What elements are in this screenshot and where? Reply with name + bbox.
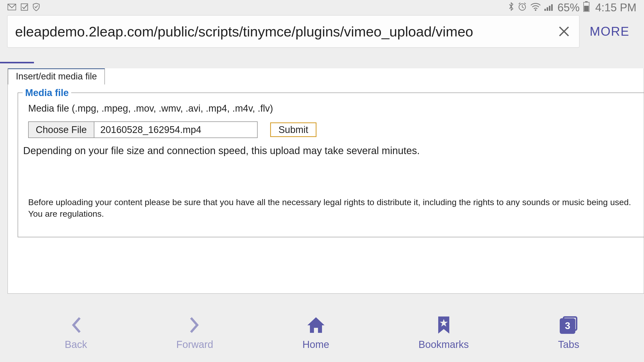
signal-icon (544, 2, 554, 13)
submit-button[interactable]: Submit (270, 122, 316, 137)
nav-forward-label: Forward (176, 339, 213, 350)
clear-url-button[interactable] (556, 24, 572, 39)
tabs-icon: 3 (560, 316, 577, 334)
progress-indicator (0, 62, 34, 63)
bottom-nav: Back Forward Home Bookmarks 3 Tabs (0, 304, 644, 362)
file-input[interactable]: Choose File 20160528_162954.mp4 (28, 121, 258, 138)
nav-tabs[interactable]: 3 Tabs (558, 315, 579, 350)
nav-home-label: Home (302, 339, 329, 350)
bookmark-star-icon (437, 315, 451, 334)
status-bar: 65% 4:15 PM (0, 0, 644, 15)
url-text[interactable]: eleapdemo.2leap.com/public/scripts/tinym… (15, 23, 551, 40)
tab-insert-edit-media[interactable]: Insert/edit media file (8, 68, 105, 84)
svg-rect-5 (547, 7, 548, 11)
battery-percent: 65% (557, 1, 580, 14)
nav-home[interactable]: Home (302, 315, 329, 350)
legal-note: Before uploading your content please be … (28, 197, 644, 220)
svg-rect-6 (549, 6, 550, 11)
shield-icon (33, 3, 40, 12)
choose-file-button[interactable]: Choose File (29, 122, 94, 138)
file-types-label: Media file (.mpg, .mpeg, .mov, .wmv, .av… (28, 103, 644, 114)
gmail-icon (8, 4, 16, 11)
svg-point-3 (535, 9, 536, 11)
nav-back-label: Back (65, 339, 87, 350)
svg-rect-1 (21, 4, 28, 10)
alarm-icon (518, 2, 527, 13)
nav-bookmarks-label: Bookmarks (418, 339, 469, 350)
media-file-fieldset: Media file (.mpg, .mpeg, .mov, .wmv, .av… (18, 93, 644, 237)
battery-icon (583, 1, 590, 14)
nav-bookmarks[interactable]: Bookmarks (418, 315, 469, 350)
chevron-left-icon (70, 315, 82, 334)
svg-rect-7 (551, 4, 553, 11)
wifi-icon (530, 2, 541, 13)
clock-time: 4:15 PM (595, 1, 636, 14)
chevron-right-icon (189, 315, 200, 334)
selected-file-name: 20160528_162954.mp4 (94, 124, 208, 135)
nav-forward[interactable]: Forward (176, 315, 213, 350)
upload-note: Depending on your file size and connecti… (23, 145, 644, 156)
nav-back[interactable]: Back (65, 315, 87, 350)
bluetooth-icon (508, 2, 514, 14)
home-icon (306, 315, 326, 334)
url-bar-row: eleapdemo.2leap.com/public/scripts/tinym… (0, 15, 644, 52)
fieldset-legend: Media file (23, 87, 71, 98)
nav-tabs-label: Tabs (558, 339, 579, 350)
svg-rect-10 (584, 6, 589, 11)
svg-rect-4 (544, 9, 546, 11)
checkbox-icon (21, 3, 28, 12)
tabs-count: 3 (560, 318, 575, 334)
url-bar[interactable]: eleapdemo.2leap.com/public/scripts/tinym… (7, 15, 580, 48)
more-button[interactable]: MORE (590, 24, 629, 39)
